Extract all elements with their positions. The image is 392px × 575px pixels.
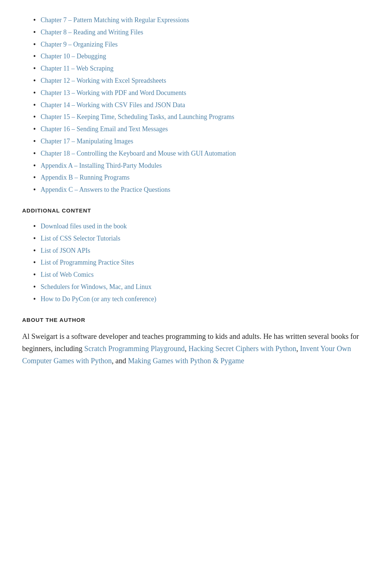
- additional-link[interactable]: Download files used in the book: [41, 222, 127, 230]
- additional-link[interactable]: List of JSON APIs: [41, 247, 90, 254]
- chapter-link[interactable]: Appendix B – Running Programs: [41, 174, 130, 181]
- additional-content-heading: Additional Content: [22, 206, 370, 215]
- chapter-link[interactable]: Chapter 12 – Working with Excel Spreadsh…: [41, 77, 166, 84]
- list-item: Chapter 11 – Web Scraping: [33, 63, 370, 74]
- list-item: Chapter 10 – Debugging: [33, 51, 370, 62]
- chapter-link[interactable]: Chapter 18 – Controlling the Keyboard an…: [41, 150, 236, 157]
- chapter-link[interactable]: Chapter 9 – Organizing Files: [41, 41, 118, 48]
- list-item: List of Web Comics: [33, 269, 370, 280]
- list-item: Chapter 7 – Pattern Matching with Regula…: [33, 15, 370, 25]
- additional-link[interactable]: How to Do PyCon (or any tech conference): [41, 295, 156, 303]
- additional-link[interactable]: Schedulers for Windows, Mac, and Linux: [41, 283, 151, 290]
- list-item: List of Programming Practice Sites: [33, 257, 370, 268]
- list-item: Chapter 13 – Working with PDF and Word D…: [33, 88, 370, 98]
- chapter-list: Chapter 7 – Pattern Matching with Regula…: [22, 15, 370, 195]
- additional-link[interactable]: List of CSS Selector Tutorials: [41, 235, 120, 242]
- book-link-scratch[interactable]: Scratch Programming Playground: [84, 344, 185, 353]
- chapter-link[interactable]: Chapter 7 – Pattern Matching with Regula…: [41, 16, 189, 24]
- list-item: Chapter 17 – Manipulating Images: [33, 136, 370, 147]
- list-item: Download files used in the book: [33, 221, 370, 232]
- chapter-link[interactable]: Chapter 16 – Sending Email and Text Mess…: [41, 125, 168, 133]
- list-item: List of JSON APIs: [33, 245, 370, 256]
- chapter-link[interactable]: Chapter 13 – Working with PDF and Word D…: [41, 89, 186, 96]
- chapter-link[interactable]: Chapter 8 – Reading and Writing Files: [41, 28, 143, 36]
- about-text: Al Sweigart is a software developer and …: [22, 330, 370, 367]
- chapter-link[interactable]: Chapter 15 – Keeping Time, Scheduling Ta…: [41, 113, 234, 120]
- book-link-making[interactable]: Making Games with Python & Pygame: [128, 357, 244, 365]
- list-item: Chapter 12 – Working with Excel Spreadsh…: [33, 75, 370, 86]
- chapter-link[interactable]: Appendix C – Answers to the Practice Que…: [41, 186, 170, 193]
- list-item: Appendix C – Answers to the Practice Que…: [33, 184, 370, 195]
- chapter-link[interactable]: Appendix A – Installing Third-Party Modu…: [41, 162, 162, 169]
- additional-content-list: Download files used in the bookList of C…: [22, 221, 370, 304]
- list-item: Chapter 14 – Working with CSV Files and …: [33, 100, 370, 110]
- chapter-link[interactable]: Chapter 14 – Working with CSV Files and …: [41, 101, 185, 109]
- book-link-hacking[interactable]: Hacking Secret Ciphers with Python: [189, 344, 296, 353]
- list-item: How to Do PyCon (or any tech conference): [33, 294, 370, 304]
- list-item: Chapter 9 – Organizing Files: [33, 39, 370, 50]
- chapter-link[interactable]: Chapter 17 – Manipulating Images: [41, 137, 133, 145]
- chapter-link[interactable]: Chapter 11 – Web Scraping: [41, 65, 114, 72]
- list-item: Appendix B – Running Programs: [33, 172, 370, 183]
- list-item: Appendix A – Installing Third-Party Modu…: [33, 160, 370, 171]
- list-item: List of CSS Selector Tutorials: [33, 233, 370, 244]
- list-item: Chapter 15 – Keeping Time, Scheduling Ta…: [33, 112, 370, 122]
- list-item: Chapter 18 – Controlling the Keyboard an…: [33, 148, 370, 159]
- additional-link[interactable]: List of Programming Practice Sites: [41, 259, 134, 266]
- list-item: Chapter 16 – Sending Email and Text Mess…: [33, 124, 370, 135]
- additional-link[interactable]: List of Web Comics: [41, 271, 94, 278]
- list-item: Chapter 8 – Reading and Writing Files: [33, 27, 370, 38]
- chapter-link[interactable]: Chapter 10 – Debugging: [41, 52, 106, 60]
- list-item: Schedulers for Windows, Mac, and Linux: [33, 282, 370, 292]
- about-heading: About the Author: [22, 316, 370, 324]
